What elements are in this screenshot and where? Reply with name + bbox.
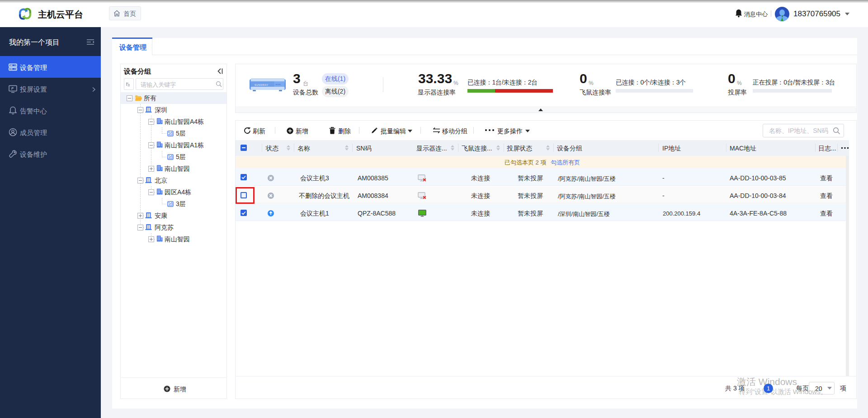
svg-text:SUNDRAY: SUNDRAY [255,84,269,86]
